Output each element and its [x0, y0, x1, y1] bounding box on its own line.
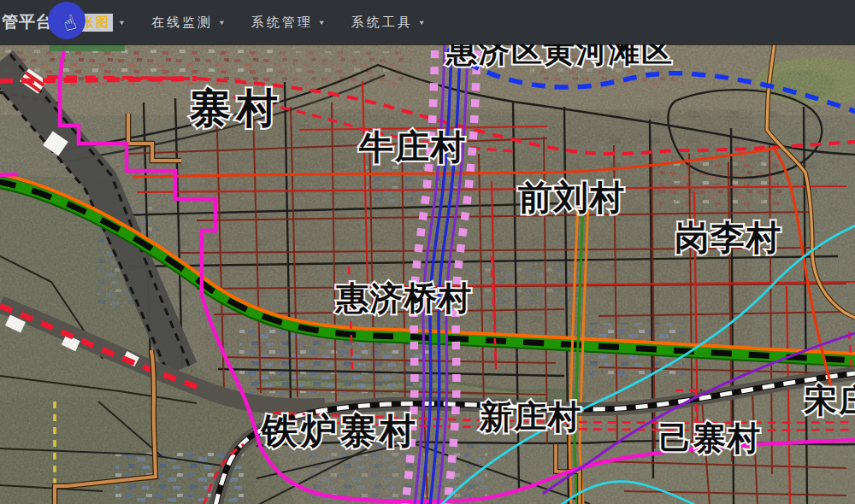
main-menu: 一张图 ▼ 在线监测 ▼ 系统管理 ▼ 系统工具 ▼ — [63, 14, 451, 32]
map-label-xinzhuangcun: 新庄村 — [479, 399, 582, 435]
app-title: 管平台 — [2, 11, 53, 33]
map-label-jizhaicun: 己寨村 — [659, 420, 762, 456]
map-canvas[interactable]: 惠济区黄河滩区 寨村 牛庄村 前刘村 岗李村 惠济桥村 铁炉寨村 新庄村 己寨村… — [0, 0, 855, 504]
menu-item-label: 系统工具 — [351, 15, 413, 31]
menu-item-label: 在线监测 — [151, 15, 213, 31]
map-label-songzhuangcun: 宋庄村 — [804, 383, 855, 419]
menu-item-system-management[interactable]: 系统管理 ▼ — [251, 15, 326, 31]
chevron-down-icon: ▼ — [218, 19, 226, 26]
map-label-tieluzhaicun: 铁炉寨村 — [260, 411, 419, 451]
map-label-huijiqiaocun: 惠济桥村 — [334, 280, 473, 316]
top-nav-bar: 管平台 一张图 ▼ 在线监测 ▼ 系统管理 ▼ 系统工具 ▼ — [0, 0, 855, 44]
chevron-down-icon: ▼ — [418, 19, 426, 26]
hand-cursor-icon: ☝ — [60, 12, 78, 35]
menu-item-label: 系统管理 — [251, 15, 313, 31]
click-indicator: ☝ — [48, 2, 86, 39]
menu-item-online-monitoring[interactable]: 在线监测 ▼ — [151, 15, 226, 31]
chevron-down-icon: ▼ — [318, 19, 326, 26]
map-label-ganglicun: 岗李村 — [675, 219, 782, 256]
menu-item-system-tools[interactable]: 系统工具 ▼ — [351, 15, 426, 31]
map-label-niuzhuangcun: 牛庄村 — [358, 128, 467, 166]
map-label-zhaicun: 寨村 — [189, 85, 284, 131]
map-label-qianliucun: 前刘村 — [518, 179, 626, 216]
gis-platform-window: 惠济区黄河滩区 寨村 牛庄村 前刘村 岗李村 惠济桥村 铁炉寨村 新庄村 己寨村… — [0, 0, 855, 504]
chevron-down-icon: ▼ — [118, 19, 126, 26]
